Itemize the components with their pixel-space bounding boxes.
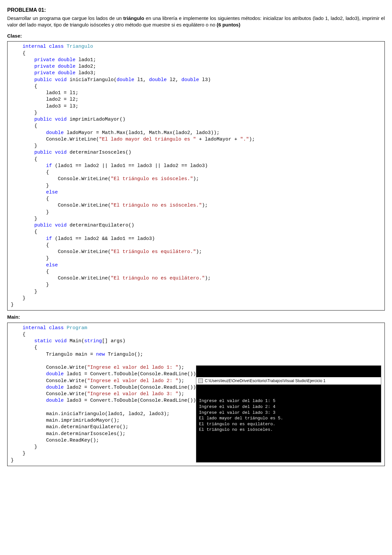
code-block-main: internal class Program { static void Mai… (7, 323, 385, 466)
console-title-text: C:\Users\IeuzE\OneDrive\Escritorio\Traba… (205, 378, 325, 383)
section-label-main: Main: (7, 314, 385, 320)
console-icon (198, 378, 203, 383)
console-output: Ingrese el valor del lado 1: 5 Ingrese e… (196, 396, 381, 450)
problem-description: Desarrollar un programa que cargue los l… (7, 15, 385, 28)
console-titlebar: C:\Users\IeuzE\OneDrive\Escritorio\Traba… (196, 377, 381, 385)
problem-title: PROBLEMA 01: (7, 7, 385, 14)
section-label-clase: Clase: (7, 33, 385, 39)
code-block-clase: internal class Triangulo { private doubl… (7, 41, 385, 311)
console-window: C:\Users\IeuzE\OneDrive\Escritorio\Traba… (196, 365, 381, 462)
